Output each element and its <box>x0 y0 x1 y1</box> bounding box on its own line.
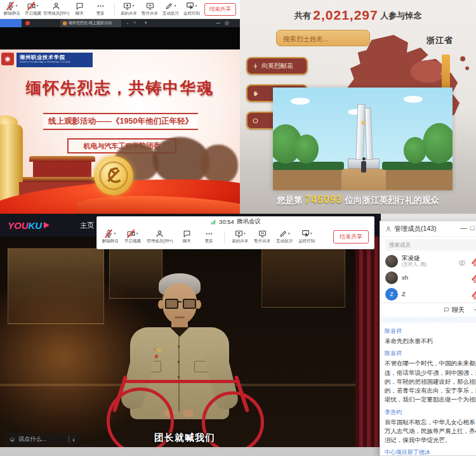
caret-down-icon[interactable]: ▾ <box>244 231 246 235</box>
caret-down-icon[interactable]: ▾ <box>174 3 176 8</box>
chat-section-title: 聊天 <box>452 306 465 315</box>
caret-down-icon[interactable]: ▾ <box>195 3 197 8</box>
toolbar-item-label: 互动批注 <box>162 11 179 16</box>
tree <box>423 123 453 164</box>
filter-icon[interactable]: ▾ <box>145 20 147 25</box>
tiananmen-roof2 <box>23 177 102 182</box>
danmaku-input[interactable]: ☺ 说点什么... ‹ <box>5 433 79 445</box>
toolbar-more-button[interactable]: 更多 <box>201 230 217 244</box>
end-share-button[interactable]: 结束共享 <box>204 3 236 16</box>
danmaku-placeholder: 说点什么... <box>18 435 46 443</box>
shirt-button <box>178 346 180 348</box>
toolbar-item-label: 远程控制 <box>298 238 315 244</box>
toolbar-new-share-button[interactable]: ▾新的共享 <box>121 2 137 16</box>
toolbar-pause-share-button[interactable]: 暂停共享 <box>142 2 158 16</box>
minimize-icon[interactable]: — <box>460 224 467 231</box>
mic-muted-icon[interactable] <box>472 257 476 269</box>
video-frame[interactable] <box>0 237 381 447</box>
members-chat-window: 管理成员(143) — □ 搜索成员 宋凌婕(主持人, 我)xhZZ 聊天 — … <box>380 221 476 456</box>
chat-message-text: 不管在哪一个时代，中国的未来都是由当代青年相连，俗话常说少年强，则中国强，这句话… <box>385 359 476 404</box>
toolbar-item-label: 管理成员(99+) <box>43 11 69 16</box>
toolbar-chat-button[interactable]: 聊天 <box>71 2 88 16</box>
mic-muted-icon[interactable] <box>472 290 476 302</box>
standing-person-head <box>362 157 366 160</box>
memorial-action-button-1[interactable]: 向英烈献花 <box>246 57 308 75</box>
toolbar-chat-button[interactable]: 聊天 <box>178 230 195 244</box>
youku-logo[interactable]: YOUKU <box>8 220 50 231</box>
account-icon[interactable] <box>225 21 229 25</box>
tree <box>294 134 319 164</box>
caret-down-icon[interactable]: ▾ <box>15 3 17 8</box>
toolbar-manage-members-button[interactable]: 管理成员(99+) <box>46 2 67 16</box>
chat-sender-name[interactable]: 李浩钧 <box>385 408 476 417</box>
chevron-up-icon[interactable]: ˄ <box>133 20 136 25</box>
toolbar-pause-share-button[interactable]: 暂停共享 <box>254 230 270 244</box>
toolbar-item-label: 暂停共享 <box>254 238 270 244</box>
toolbar-more-button[interactable]: 更多 <box>92 2 109 16</box>
member-row[interactable]: ZZ <box>380 286 476 303</box>
chat-sender-name[interactable]: 陈音祥 <box>385 349 476 358</box>
shirt-button <box>178 361 180 363</box>
toolbar-manage-members-button[interactable]: 管理成员(99+) <box>147 230 173 244</box>
caret-down-icon[interactable]: ▾ <box>114 231 116 235</box>
toolbar-item-label: 管理成员(99+) <box>147 238 173 244</box>
member-row[interactable]: xh <box>380 270 476 286</box>
toolbar-remote-control-button[interactable]: ▾远程控制 <box>183 2 200 16</box>
caret-down-icon[interactable]: ▾ <box>136 231 138 235</box>
participation-count: 共有 2,021,297 人参与悼念 <box>240 8 476 23</box>
chat-section-header[interactable]: 聊天 — <box>380 303 476 316</box>
browser-tab-strip: 缅怀先烈志-线上观影活动 ⌄ ˄ ▾ — <box>0 19 240 27</box>
red-curtain <box>355 237 381 447</box>
home-link[interactable]: 主页 <box>80 221 94 230</box>
toolbar-remote-control-button[interactable]: ▾远程控制 <box>298 230 315 244</box>
toolbar-unmute-button[interactable]: ▾解除静音 <box>4 2 20 16</box>
caret-down-icon[interactable]: ▾ <box>310 231 312 235</box>
browser-tab-main[interactable]: 缅怀先烈志-线上观影活动 <box>60 19 121 27</box>
tribute-video-overlay[interactable]: ★ <box>273 88 453 190</box>
caret-down-icon[interactable]: ▾ <box>288 231 290 235</box>
toolbar-start-video-button[interactable]: ▾开启视频 <box>25 2 41 16</box>
toolbar-item-label: 聊天 <box>183 238 191 244</box>
chevron-down-icon[interactable]: ⌄ <box>126 20 129 25</box>
toolbar-annotate-button[interactable]: ▾互动批注 <box>162 2 179 16</box>
browser-tab-active[interactable] <box>0 19 22 27</box>
member-row[interactable]: 宋凌婕(主持人, 我) <box>380 253 476 270</box>
member-search-input[interactable]: 搜索成员 <box>385 239 476 251</box>
caret-down-icon[interactable]: ▾ <box>36 3 38 8</box>
toolbar-annotate-button[interactable]: ▾互动批注 <box>276 230 293 244</box>
martyr-search-input[interactable]: 搜索烈士姓名... <box>276 30 370 46</box>
remote-control-icon <box>186 2 194 10</box>
toolbar-item-label: 更多 <box>96 11 105 16</box>
smiley-icon[interactable]: ☺ <box>9 436 15 443</box>
school-name-en: HUZHOU VOCATIONAL & TECHNICAL COLLEGE <box>20 61 89 63</box>
remote-control-icon <box>301 230 310 238</box>
pause-share-icon <box>258 230 267 238</box>
new-share-icon <box>235 230 243 238</box>
avatar: Z <box>385 288 398 301</box>
toolbar-item-label: 解除静音 <box>4 11 20 16</box>
toolbar-new-share-button[interactable]: ▾新的共享 <box>232 230 248 244</box>
more-icon <box>205 230 213 238</box>
toolbar-item-label: 解除静音 <box>102 238 119 244</box>
maximize-icon[interactable]: □ <box>470 224 475 231</box>
members-window-title: 管理成员(143) <box>394 225 437 233</box>
count-suffix: 人参与悼念 <box>380 11 421 20</box>
toolbar-unmute-button[interactable]: ▾解除静音 <box>102 230 119 244</box>
toolbar-item-label: 远程控制 <box>183 11 200 16</box>
school-name: 湖州职业技术学院 <box>20 54 89 61</box>
browser-tab-favicon[interactable] <box>25 21 30 25</box>
end-share-button[interactable]: 结束共享 <box>333 230 369 244</box>
chat-sender-name[interactable]: 陈音祥 <box>385 327 476 335</box>
more-icon <box>96 2 105 10</box>
mic-muted-icon[interactable] <box>472 274 476 285</box>
minimize-icon[interactable]: — <box>216 20 220 25</box>
toolbar-start-video-button[interactable]: ▾开启视频 <box>124 230 141 244</box>
toolbar-item-label: 开启视频 <box>25 11 41 16</box>
toolbar-item-label: 新的共享 <box>232 238 248 244</box>
chat-message-text: 革命先烈永垂不朽 <box>385 337 476 346</box>
caret-down-icon[interactable]: ▾ <box>132 3 134 8</box>
shirt-button <box>178 376 180 378</box>
collapse-arrow-icon[interactable]: ‹ <box>72 436 75 443</box>
chat-sender-name[interactable]: 中心项目部丁德沐 <box>385 448 476 456</box>
slide: ◉ 湖州职业技术学院 HUZHOU VOCATIONAL & TECHNICAL… <box>0 49 240 214</box>
